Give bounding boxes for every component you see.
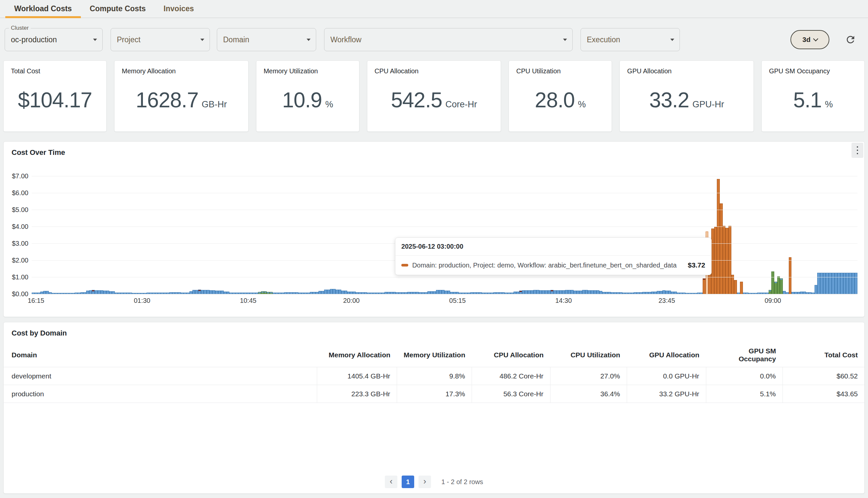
bar-tip <box>551 290 553 291</box>
chart-bar[interactable] <box>198 290 201 294</box>
chart-bar[interactable] <box>339 290 342 294</box>
tab-invoices[interactable]: Invoices <box>155 0 203 17</box>
next-page-button[interactable]: › <box>419 475 431 488</box>
chart-bar[interactable] <box>333 289 336 294</box>
domain-select-placeholder: Domain <box>223 35 249 44</box>
chart-tooltip: 2025-06-12 03:00:00 Domain: production, … <box>395 237 711 275</box>
chart-bar[interactable] <box>720 204 723 294</box>
chart-bar[interactable] <box>436 290 439 294</box>
chart-bar[interactable] <box>826 273 829 294</box>
chart-bar[interactable] <box>582 290 585 294</box>
tooltip-value: $3.72 <box>688 261 705 269</box>
table-row[interactable]: development1405.4 GB-Hr9.8%486.2 Core-Hr… <box>4 367 864 385</box>
chart-bar[interactable] <box>854 273 857 294</box>
chart-bar[interactable] <box>336 290 339 294</box>
column-header-cpu-utilization[interactable]: CPU Utilization <box>550 343 627 367</box>
chart-bar[interactable] <box>327 290 330 294</box>
column-header-gpu-sm-occupancy[interactable]: GPU SM Occupancy <box>706 343 783 367</box>
bar-tip <box>261 292 264 292</box>
kpi-label: Memory Utilization <box>264 67 352 75</box>
kpi-unit: Core-Hr <box>446 100 477 110</box>
dropdown-arrow-icon <box>563 39 567 41</box>
workflow-select[interactable]: Workflow <box>324 28 573 51</box>
domain-select[interactable]: Domain <box>217 28 316 51</box>
dropdown-arrow-icon <box>307 39 311 41</box>
chart-bar[interactable] <box>703 278 706 294</box>
chart-bar[interactable] <box>92 290 95 294</box>
chart-bar[interactable] <box>734 280 737 294</box>
chart-bar[interactable] <box>852 273 855 294</box>
chart-bar[interactable] <box>439 290 442 294</box>
project-select[interactable]: Project <box>111 28 210 51</box>
y-axis-label: $1.00 <box>12 273 28 281</box>
chart-bar[interactable] <box>840 273 843 294</box>
chart-bar[interactable] <box>533 290 536 294</box>
chart-bar[interactable] <box>843 273 846 294</box>
chart-bar[interactable] <box>835 273 838 294</box>
prev-page-button[interactable]: ‹ <box>385 475 397 488</box>
column-header-total-cost[interactable]: Total Cost <box>783 343 864 367</box>
table-cell: 5.1% <box>706 385 783 403</box>
kpi-value-group: 33.2GPU-Hr <box>649 88 724 112</box>
column-header-cpu-allocation[interactable]: CPU Allocation <box>472 343 550 367</box>
table-row[interactable]: production223.3 GB-Hr17.3%56.3 Core-Hr36… <box>4 385 864 403</box>
chart-plot-area: 2025-06-12 03:00:00 Domain: production, … <box>32 170 857 294</box>
chart-bar[interactable] <box>536 290 539 294</box>
bar-tip <box>769 290 771 291</box>
cost-by-domain-table: DomainMemory AllocationMemory Utilizatio… <box>4 343 864 403</box>
chart-bar[interactable] <box>774 282 777 294</box>
kebab-icon <box>857 153 858 154</box>
table-title: Cost by Domain <box>4 322 864 337</box>
tab-workload-costs[interactable]: Workload Costs <box>5 0 81 17</box>
chart-bar[interactable] <box>714 227 717 294</box>
chart-bar[interactable] <box>725 228 728 294</box>
column-header-memory-allocation[interactable]: Memory Allocation <box>317 343 397 367</box>
bar-tip <box>258 292 261 293</box>
kpi-value-wrap: 28.0% <box>516 75 604 125</box>
chart-bar[interactable] <box>711 228 714 294</box>
chart-bar[interactable] <box>823 273 826 294</box>
chart-bar[interactable] <box>442 290 445 294</box>
cluster-select-label: Cluster <box>9 25 31 31</box>
tab-compute-costs[interactable]: Compute Costs <box>81 0 155 17</box>
chart-menu-button[interactable] <box>852 143 863 158</box>
chart-bar[interactable] <box>777 276 780 294</box>
chart-bar[interactable] <box>585 290 588 294</box>
chart-bar[interactable] <box>846 273 849 294</box>
chart-bar[interactable] <box>849 273 852 294</box>
chart-bar[interactable] <box>832 273 835 294</box>
refresh-button[interactable] <box>844 33 857 46</box>
execution-select[interactable]: Execution <box>581 28 680 51</box>
cluster-select[interactable]: Cluster oc-production <box>5 28 103 51</box>
time-range-button[interactable]: 3d <box>790 30 829 49</box>
chart-bar[interactable] <box>204 290 207 294</box>
chart-bar[interactable] <box>731 275 734 294</box>
column-header-gpu-allocation[interactable]: GPU Allocation <box>627 343 706 367</box>
y-axis-label: $7.00 <box>12 172 28 180</box>
column-header-domain[interactable]: Domain <box>4 343 317 367</box>
bar-tip <box>519 291 522 292</box>
chart-bar[interactable] <box>837 273 840 294</box>
gridline <box>32 193 857 193</box>
y-axis-label: $2.00 <box>12 257 28 264</box>
column-header-memory-utilization[interactable]: Memory Utilization <box>397 343 472 367</box>
chart-bar[interactable] <box>330 289 333 294</box>
chart-bar[interactable] <box>207 290 209 294</box>
chart-bar[interactable] <box>820 273 823 294</box>
chart-bar[interactable] <box>815 285 817 294</box>
kpi-value: 10.9 <box>282 88 322 112</box>
chart-bar[interactable] <box>771 272 774 294</box>
chart-bar[interactable] <box>551 290 554 294</box>
chart-bar[interactable] <box>817 273 820 294</box>
gridline <box>32 226 857 227</box>
chart-bar[interactable] <box>780 278 783 294</box>
page-1-button[interactable]: 1 <box>402 475 414 488</box>
chart-bar[interactable] <box>789 257 792 294</box>
gridline <box>32 294 857 294</box>
chart-bar[interactable] <box>324 290 327 294</box>
kpi-unit: % <box>825 100 833 110</box>
chart-bar[interactable] <box>829 273 832 294</box>
chart-bar[interactable] <box>201 290 204 294</box>
chart-bar[interactable] <box>740 282 743 294</box>
kpi-label: CPU Utilization <box>516 67 604 75</box>
